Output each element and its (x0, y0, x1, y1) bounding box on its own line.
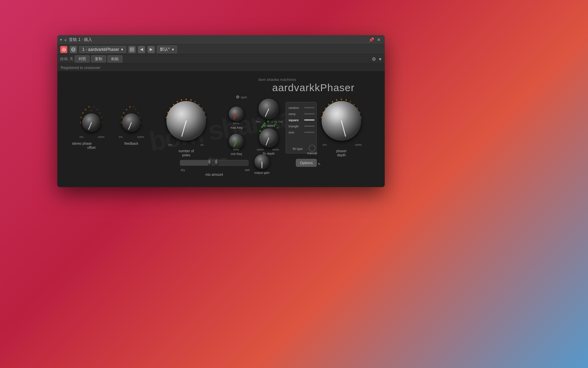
svg-point-30 (133, 106, 134, 108)
svg-point-12 (88, 106, 90, 108)
svg-text:max freq: max freq (230, 126, 242, 129)
svg-text:Options: Options (300, 161, 313, 165)
auto-label: 自动: 关 (60, 56, 73, 61)
svg-rect-96 (304, 132, 314, 133)
svg-rect-94 (304, 126, 314, 127)
power-button[interactable]: ⏻ (60, 46, 68, 53)
preset-selector[interactable]: 1 - aardvarkkPhaser ▾ (79, 46, 126, 53)
close-button[interactable]: ✕ (376, 37, 382, 43)
preset-name: 1 - aardvarkkPhaser (82, 47, 119, 52)
svg-point-75 (260, 130, 261, 132)
svg-point-103 (336, 99, 337, 101)
preset-arrow-icon: ▾ (121, 47, 123, 52)
svg-text:phaser: phaser (336, 149, 347, 153)
svg-point-14 (93, 106, 94, 108)
svg-point-0 (72, 48, 75, 51)
svg-text:50Hz: 50Hz (233, 148, 239, 151)
title-bar: ▾ + 音轨 1 · 插入 📌 ✕ (57, 35, 385, 45)
svg-text:offset: offset (87, 146, 95, 150)
prev-preset-button[interactable]: ◀ (138, 46, 145, 53)
svg-point-46 (186, 99, 187, 100)
svg-text:↖: ↖ (318, 162, 321, 166)
svg-point-10 (82, 112, 84, 114)
svg-point-33 (139, 117, 141, 118)
pin-button[interactable]: 📌 (367, 37, 376, 43)
svg-point-45 (181, 99, 182, 101)
svg-point-118 (309, 145, 315, 151)
svg-text:dry: dry (181, 168, 185, 172)
svg-text:41.7Hz: 41.7Hz (274, 120, 283, 123)
default-preset-selector[interactable]: 默认* ▾ (157, 45, 177, 53)
plugin-area: bom shanka bom shanka machines aardvarkk… (57, 71, 385, 187)
svg-text:mix amount: mix amount (205, 173, 223, 176)
svg-point-101 (328, 104, 329, 105)
svg-text:sync: sync (241, 96, 247, 99)
svg-point-80 (275, 124, 277, 125)
svg-text:0%: 0% (79, 136, 84, 139)
svg-text:number of: number of (178, 149, 194, 153)
svg-text:0Hz: 0Hz (256, 120, 261, 123)
registered-bar: Registered to crossover (57, 64, 385, 71)
svg-point-107 (353, 104, 355, 105)
svg-text:64: 64 (201, 143, 204, 146)
svg-rect-92 (304, 119, 314, 121)
svg-point-17 (101, 117, 102, 118)
toolbar: ⏻ 1 - aardvarkkPhaser ▾ ◀ ▶ 默认* ▾ (57, 45, 385, 54)
svg-text:random: random (289, 106, 299, 110)
title-arrow-icon[interactable]: ▾ (60, 38, 62, 42)
svg-point-31 (135, 109, 136, 110)
svg-point-105 (346, 99, 347, 101)
svg-rect-88 (304, 107, 314, 108)
svg-text:wet: wet (245, 168, 250, 172)
svg-point-16 (99, 112, 101, 114)
svg-point-77 (264, 123, 266, 125)
svg-point-47 (190, 99, 192, 101)
default-preset-name: 默认* (160, 46, 170, 52)
svg-text:feedback: feedback (124, 142, 139, 145)
svg-point-8 (80, 122, 81, 123)
svg-text:square: square (289, 118, 299, 122)
compare-button[interactable]: 对照 (75, 55, 90, 62)
svg-point-25 (121, 122, 122, 123)
registered-text: Registered to crossover (61, 66, 100, 70)
svg-text:100%: 100% (272, 148, 279, 151)
svg-text:min freq: min freq (231, 152, 242, 156)
svg-text:output gain: output gain (254, 171, 270, 174)
plugin-window: ▾ + 音轨 1 · 插入 📌 ✕ ⏻ 1 - aardvarkkPhaser … (57, 35, 385, 187)
svg-point-11 (85, 109, 86, 110)
svg-point-18 (102, 122, 103, 123)
svg-text:-100%: -100% (256, 148, 264, 151)
svg-text:0%: 0% (168, 143, 172, 146)
toolbar2-arrow-icon[interactable]: ▾ (378, 56, 382, 62)
svg-point-28 (126, 109, 127, 110)
svg-rect-90 (304, 113, 314, 114)
svg-text:stereo phase: stereo phase (72, 142, 92, 145)
svg-point-26 (121, 117, 123, 118)
svg-point-13 (91, 110, 92, 111)
svg-point-9 (80, 117, 82, 118)
record-button[interactable] (70, 46, 77, 53)
svg-point-59 (236, 96, 239, 98)
file-button[interactable] (128, 46, 136, 53)
title-track-label: 音轨 1 · 插入 (69, 37, 92, 43)
svg-point-78 (267, 121, 269, 123)
svg-text:Mac↳.com: Mac↳.com (208, 157, 227, 161)
copy-button[interactable]: 复制 (91, 55, 106, 62)
paste-button[interactable]: 粘贴 (107, 55, 122, 62)
svg-rect-121 (180, 160, 211, 166)
next-preset-button[interactable]: ▶ (147, 46, 155, 53)
svg-point-27 (123, 112, 124, 114)
svg-text:lfo speed: lfo speed (263, 124, 275, 127)
svg-text:bom shanka machines: bom shanka machines (259, 77, 296, 82)
gear-icon[interactable]: ⚙ (371, 56, 377, 62)
svg-text:depth: depth (337, 153, 346, 157)
svg-point-44 (177, 101, 178, 102)
toolbar2: 自动: 关 对照 复制 粘贴 ⚙ ▾ (57, 54, 385, 64)
svg-point-76 (261, 126, 263, 128)
svg-text:100%: 100% (355, 143, 362, 146)
svg-point-29 (129, 106, 131, 108)
svg-text:50Hz: 50Hz (233, 122, 239, 125)
title-plus-icon[interactable]: + (64, 37, 67, 43)
svg-text:manual: manual (307, 152, 317, 155)
svg-text:100%: 100% (137, 136, 144, 139)
